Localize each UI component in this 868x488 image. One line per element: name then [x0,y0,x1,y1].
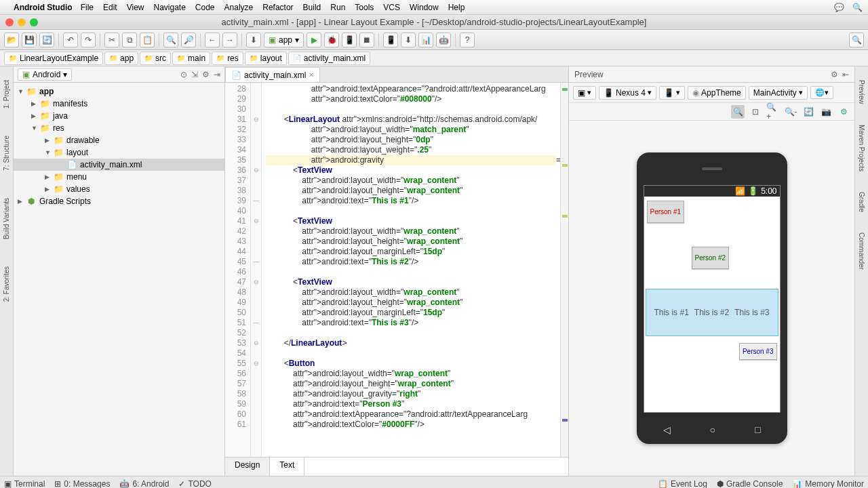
tab-commander[interactable]: Commander [858,232,865,270]
tab-project[interactable]: 1: Project [3,80,10,108]
avd-manager-icon[interactable]: 📱 [383,33,398,47]
tab-gradle-console[interactable]: ⬢Gradle Console [717,479,783,489]
menu-vcs[interactable]: VCS [383,3,400,12]
save-icon[interactable]: 💾 [22,33,37,47]
menu-build[interactable]: Build [303,3,321,12]
menu-run[interactable]: Run [330,3,345,12]
zoom-window-button[interactable] [30,18,38,26]
zoom-fit-icon[interactable]: 🔍 [731,105,745,119]
tab-build-variants[interactable]: Build Variants [3,198,10,239]
ddms-icon[interactable]: 📊 [418,33,433,47]
close-tab-icon[interactable]: ✕ [309,71,314,79]
render-dropdown[interactable]: ▣▾ [573,86,596,100]
menu-navigate[interactable]: Navigate [153,3,185,12]
paste-icon[interactable]: 📋 [140,33,155,47]
crumb-layout[interactable]: 📁layout [245,52,287,65]
app-name: Android Studio [14,3,73,12]
menu-help[interactable]: Help [448,3,465,12]
redo-icon[interactable]: ↷ [81,33,96,47]
undo-icon[interactable]: ↶ [63,33,78,47]
back-icon[interactable]: ← [205,33,220,47]
crumb-main[interactable]: 📁main [172,52,210,65]
copy-icon[interactable]: ⧉ [122,33,137,47]
file-icon: 📄 [231,70,241,80]
menu-view[interactable]: View [127,3,144,12]
sdk-manager-icon[interactable]: ⬇ [401,33,416,47]
marker-bar[interactable] [560,83,568,457]
attach-debugger-icon[interactable]: 📱 [342,33,357,47]
gear-icon[interactable]: ⚙ [202,70,210,79]
crumb-file[interactable]: 📄activity_main.xml [288,52,370,65]
text-tab[interactable]: Text [270,458,304,476]
preview-title: Preview [574,70,604,79]
notification-icon[interactable]: 💬 [834,3,844,12]
theme-dropdown[interactable]: ◉AppTheme [688,86,746,100]
device-dropdown[interactable]: 📱Nexus 4▾ [599,86,656,100]
design-tab[interactable]: Design [225,458,270,476]
cut-icon[interactable]: ✂ [104,33,119,47]
open-icon[interactable]: 📂 [4,33,19,47]
chevron-down-icon: ▾ [295,35,299,45]
fold-gutter[interactable]: ⊖ ⊖ — ⊖ — ⊖ — ⊖ ⊖ [251,83,262,457]
editor-tab-activity-main[interactable]: 📄 activity_main.xml ✕ [225,67,320,82]
run-configuration-dropdown[interactable]: ▣ app ▾ [264,33,304,47]
locale-dropdown[interactable]: 🌐▾ [810,86,833,99]
tab-memory[interactable]: 📊Memory Monitor [792,479,864,489]
refresh-icon[interactable]: 🔄 [802,105,815,119]
zoom-actual-icon[interactable]: ⊡ [749,105,762,119]
scroll-from-source-icon[interactable]: ⊙ [180,70,187,79]
replace-icon[interactable]: 🔎 [181,33,196,47]
tab-event-log[interactable]: 📋Event Log [658,479,707,489]
menu-analyze[interactable]: Analyze [224,3,254,12]
make-icon[interactable]: ⬇ [246,33,261,47]
hide-icon[interactable]: ⇤ [842,70,849,79]
menu-edit[interactable]: Edit [103,3,117,12]
editor-body[interactable]: 28 29 30 31 32 33 34 35 36 37 38 39 40 4… [225,83,568,457]
screenshot-icon[interactable]: 📷 [819,105,833,119]
zoom-in-icon[interactable]: 🔍+ [766,105,780,119]
run-button[interactable]: ▶ [307,33,321,47]
hide-icon[interactable]: ⇥ [214,70,220,79]
close-window-button[interactable] [5,18,14,26]
sync-icon[interactable]: 🔄 [39,33,54,47]
search-icon[interactable]: 🔍 [852,3,863,12]
settings-icon[interactable]: ⚙ [837,105,850,119]
stop-icon[interactable]: ⏹ [359,33,374,47]
zoom-out-icon[interactable]: 🔍- [784,105,797,119]
help-icon[interactable]: ? [460,33,475,47]
tab-todo[interactable]: ✓TODO [178,479,211,489]
crumb-res[interactable]: 📁res [212,52,243,65]
crumb-src[interactable]: 📁src [140,52,171,65]
window-titlebar: activity_main.xml - [app] - Linear Layou… [0,15,868,30]
preview-button-person3: Person #3 [739,343,777,360]
menu-refactor[interactable]: Refactor [262,3,293,12]
find-icon[interactable]: 🔍 [163,33,178,47]
menu-tools[interactable]: Tools [355,3,374,12]
home-icon: ○ [710,424,715,435]
menu-code[interactable]: Code [195,3,215,12]
code-editor[interactable]: attr">android:textAppearance="?android:a… [262,83,560,457]
tab-favorites[interactable]: 2: Favorites [3,266,10,302]
minimize-window-button[interactable] [18,18,26,26]
search-everywhere-icon[interactable]: 🔍 [849,33,864,47]
project-view-dropdown[interactable]: ▣ Android ▾ [18,68,72,81]
orientation-dropdown[interactable]: 📱▾ [659,86,685,100]
gear-icon[interactable]: ⚙ [831,70,838,79]
forward-icon[interactable]: → [222,33,237,47]
android-device-icon[interactable]: 🤖 [436,33,451,47]
tab-gradle[interactable]: Gradle [858,192,865,212]
debug-button[interactable]: 🐞 [324,33,339,47]
crumb-project[interactable]: 📁LinearLayoutExample [4,52,103,65]
tab-messages[interactable]: ⊞0: Messages [54,479,110,489]
activity-dropdown[interactable]: MainActivity▾ [749,86,808,100]
tab-maven[interactable]: Maven Projects [858,125,865,171]
menu-file[interactable]: File [81,3,94,12]
tab-terminal[interactable]: ▣Terminal [4,479,45,489]
tab-structure[interactable]: 7: Structure [3,136,10,171]
collapse-all-icon[interactable]: ⇲ [191,70,198,79]
crumb-app[interactable]: 📁app [104,52,138,65]
project-tree[interactable]: ▼📁app ▶📁manifests ▶📁java ▼📁res ▶📁drawabl… [14,83,224,476]
tab-preview[interactable]: Preview [858,80,865,104]
menu-window[interactable]: Window [410,3,439,12]
tab-android[interactable]: 🤖6: Android [119,479,169,489]
